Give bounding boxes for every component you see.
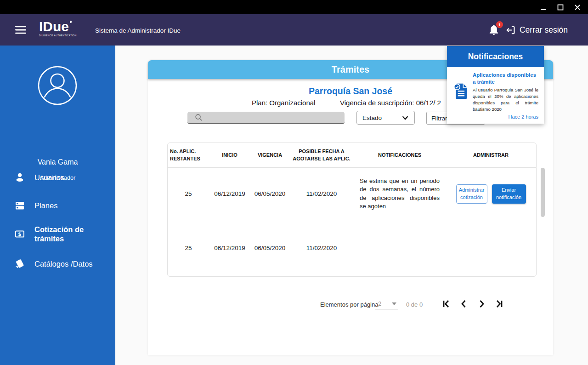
document-check-icon <box>452 72 473 120</box>
notification-badge: 1 <box>496 21 503 28</box>
quote-dollar-icon: $ <box>14 228 25 240</box>
notification-title[interactable]: Aplicaciones disponibles a trámite <box>473 72 538 86</box>
svg-text:$: $ <box>18 231 21 237</box>
page-size-value: 2 <box>378 300 381 307</box>
sidebar-item-usuarios[interactable]: Usuarios <box>0 172 115 183</box>
plans-icon <box>14 200 25 211</box>
search-icon <box>195 114 203 121</box>
logo-dot <box>70 21 72 23</box>
cell-notificaciones: Se estima que en un periodo de dos seman… <box>354 177 446 211</box>
cell-posible-fecha: 11/02/2020 <box>289 245 354 251</box>
sidebar: Vania Gama Administrador Usuarios Planes… <box>0 46 115 365</box>
cell-posible-fecha: 11/02/2020 <box>289 190 354 197</box>
catalog-cards-icon <box>14 258 25 269</box>
notifications-bell-button[interactable]: 1 <box>488 24 500 36</box>
col-header-administrar: ADMINISTRAR <box>446 152 536 159</box>
table-row: 25 06/12/2019 06/05/2020 11/02/2020 <box>168 220 536 276</box>
col-header-inicio: INICIO <box>209 152 250 159</box>
col-header-vigencia: VIGENCIA <box>250 152 289 159</box>
app-window: IDue DILIGENCE AUTHENTICATION Sistema de… <box>0 0 588 365</box>
page-size-select[interactable]: 2 <box>375 298 398 309</box>
sidebar-item-planes[interactable]: Planes <box>0 200 115 211</box>
close-icon[interactable] <box>573 3 582 11</box>
page-title: Trámites <box>332 64 369 74</box>
previous-page-icon[interactable] <box>458 298 469 309</box>
table-row: 25 06/12/2019 06/05/2020 11/02/2020 Se e… <box>168 168 536 220</box>
estado-label: Estado <box>362 114 382 121</box>
logout-button[interactable]: Cerrar sesión <box>505 25 568 35</box>
page-range: 0 de 0 <box>406 301 423 308</box>
next-page-icon[interactable] <box>476 298 487 309</box>
plan-label: Plan: Organizacional <box>252 99 315 107</box>
col-header-restantes: No. APLIC. RESTANTES <box>168 148 209 163</box>
search-box[interactable] <box>187 112 345 124</box>
appbar-actions: 1 Cerrar sesión <box>488 14 568 46</box>
tramites-table: No. APLIC. RESTANTES INICIO VIGENCIA POS… <box>167 143 537 277</box>
app-header: IDue DILIGENCE AUTHENTICATION Sistema de… <box>0 14 588 46</box>
triangle-down-icon <box>392 302 396 305</box>
last-page-icon[interactable] <box>493 298 504 309</box>
first-page-icon[interactable] <box>441 298 452 309</box>
administrar-cotizacion-button[interactable]: Administrar cotización <box>456 184 487 204</box>
logout-label: Cerrar sesión <box>520 25 568 35</box>
sidebar-item-catalogos[interactable]: Catálogos /Datos <box>0 258 115 269</box>
cell-inicio: 06/12/2019 <box>209 190 250 197</box>
page-size-label: Elementos por página <box>320 301 378 308</box>
cell-vigencia: 06/05/2020 <box>250 190 289 197</box>
logo-subtitle: DILIGENCE AUTHENTICATION <box>39 34 77 37</box>
notifications-panel: Notificaciones Aplicaciones disponibles … <box>447 46 544 124</box>
notification-content: Aplicaciones disponibles a trámite Al us… <box>473 72 538 120</box>
pagination-nav <box>441 298 504 309</box>
notification-item[interactable]: Aplicaciones disponibles a trámite Al us… <box>447 67 544 124</box>
cell-vigencia: 06/05/2020 <box>250 245 289 251</box>
cell-administrar: Administrar cotización Enviar notificaci… <box>446 184 536 204</box>
avatar <box>38 66 77 107</box>
notification-body: Al usuario Parroquia San José le queda e… <box>473 87 538 113</box>
cell-restantes: 25 <box>168 245 209 251</box>
user-icon <box>14 172 25 183</box>
maximize-icon[interactable] <box>556 3 565 11</box>
app-logo: IDue DILIGENCE AUTHENTICATION <box>39 19 77 37</box>
notification-time: Hace 2 horas <box>473 114 538 120</box>
minimize-icon[interactable] <box>539 3 548 11</box>
window-titlebar <box>0 0 588 14</box>
cell-restantes: 25 <box>168 190 209 197</box>
search-input[interactable] <box>206 114 345 121</box>
table-header-row: No. APLIC. RESTANTES INICIO VIGENCIA POS… <box>168 143 536 168</box>
col-header-posible-fecha: POSIBLE FECHA A AGOTARSE LAS APLIC. <box>289 148 354 163</box>
enviar-notificacion-button[interactable]: Enviar notificación <box>492 184 526 204</box>
scrollbar-thumb[interactable] <box>541 168 545 217</box>
menu-icon[interactable] <box>15 25 27 34</box>
subscription-label: Vigencia de suscripción: 06/12/ 2 <box>340 99 441 107</box>
notifications-panel-title: Notificaciones <box>447 46 544 67</box>
col-header-notificaciones: NOTIFICACIONES <box>354 152 446 159</box>
sidebar-item-cotizacion[interactable]: $ Cotización de trámites <box>0 225 115 243</box>
logout-icon <box>505 25 516 35</box>
user-name: Vania Gama <box>0 158 115 166</box>
logo-text: IDue <box>39 19 69 34</box>
app-title: Sistema de Administrador IDue <box>95 27 181 34</box>
cell-inicio: 06/12/2019 <box>209 245 250 251</box>
estado-select[interactable]: Estado <box>356 111 415 125</box>
chevron-down-icon <box>401 113 410 122</box>
